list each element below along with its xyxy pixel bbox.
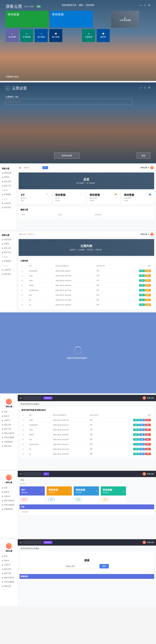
nav-item[interactable]: ⊞ 首页 — [0, 486, 18, 490]
nav-item[interactable]: ⊞ 申请上报权限 — [0, 580, 18, 584]
close-icon[interactable]: ✕ — [148, 4, 150, 7]
search-input[interactable] — [23, 472, 42, 476]
avatar[interactable] — [142, 541, 146, 544]
delete-button[interactable]: 删除 — [145, 274, 151, 277]
nav-item[interactable]: ⊞ 首页 — [0, 410, 18, 414]
search-button[interactable]: Search — [43, 541, 52, 544]
view-button[interactable]: 查看 — [133, 438, 139, 440]
view-button[interactable]: 查看 — [133, 453, 139, 455]
nav-report-up[interactable]: ⊞ 提交上报 — [0, 179, 17, 184]
nav-item[interactable]: ⊞ 提交上报 — [0, 567, 18, 571]
delete-button[interactable]: 删除 — [145, 433, 151, 436]
view-button[interactable]: 查看 — [139, 270, 145, 272]
nav-item[interactable]: ⊞ 管理员 — [0, 242, 17, 246]
delete-button[interactable]: 删除 — [145, 299, 151, 301]
tile-chatroom[interactable]: 💭聊天室 — [97, 29, 110, 42]
view-button[interactable]: 查看 — [139, 294, 145, 296]
nav-item[interactable]: ⊞ 申请权限 — [0, 259, 17, 263]
nav-item[interactable]: ⊞ 上报中心 — [0, 563, 18, 567]
avatar[interactable] — [142, 472, 146, 476]
tile-join-group[interactable]: 🐧加入群聊 — [6, 29, 19, 42]
nav-report-down[interactable]: ⊞ 提交下报 — [0, 184, 17, 188]
nav-item[interactable]: ⊞ 审核上报 — [0, 584, 18, 588]
group-list-button[interactable]: 群列表设置 — [54, 152, 80, 159]
nav-records[interactable]: ⊞ 上报记录 — [0, 201, 17, 206]
edit-button[interactable]: 修改 — [139, 419, 145, 421]
nav-item[interactable]: ⊞ 首页|云黑 — [0, 238, 17, 242]
search-button[interactable]: Search — [43, 396, 52, 400]
search-input[interactable] — [22, 166, 41, 169]
view-button[interactable]: 查看 — [139, 284, 145, 286]
nav-item[interactable]: ⊞ 退出登录 — [0, 272, 17, 276]
nav-item[interactable]: ⊞ 黑名单 — [0, 414, 18, 418]
nav-item[interactable]: ⊞ 上报记录 — [0, 268, 17, 272]
back-button[interactable]: ← — [6, 86, 10, 90]
view-button[interactable]: 查看 — [139, 304, 145, 306]
nav-item[interactable]: ⊞ 我的上报记录 — [0, 498, 18, 503]
nav-apply[interactable]: ⊞ 申请权限 — [0, 192, 17, 197]
view-button[interactable]: 查看 — [133, 419, 139, 421]
avatar[interactable] — [150, 166, 154, 169]
nav-item[interactable]: ⊞ 黑名单 — [0, 490, 18, 494]
edit-button[interactable]: 修改 — [139, 433, 145, 436]
menu-icon[interactable]: ☰ — [20, 542, 22, 544]
close-icon[interactable]: ✕ — [148, 86, 150, 89]
delete-button[interactable]: 删除 — [145, 284, 151, 286]
nav-logout[interactable]: ⊞ 退出登录 — [0, 206, 17, 210]
save-button[interactable]: 保存 — [137, 152, 150, 159]
menu-icon[interactable]: ☰ — [20, 473, 22, 475]
nav-item[interactable]: ⊞ 我的上报记录 — [0, 431, 18, 436]
nav-item[interactable]: ⊞ 申请新权限 — [0, 440, 18, 444]
tile-daily-update[interactable]: ▭每日更新 — [35, 29, 48, 42]
nav-admin[interactable]: ⊞ 管理员 — [0, 175, 17, 179]
nav-item[interactable]: ⊞ 提交下报 — [0, 571, 18, 576]
search-button[interactable]: 🔍 — [42, 166, 48, 169]
nav-item[interactable]: ⊞ 黑名单 — [0, 558, 18, 563]
view-button[interactable]: 查看 — [133, 433, 139, 436]
delete-button[interactable]: 删除 — [145, 294, 151, 296]
edit-button[interactable]: 修改 — [139, 443, 145, 446]
view-button[interactable]: 查看 — [139, 289, 145, 292]
nav-item[interactable]: ⊞ 申请新权限 — [0, 507, 18, 511]
nav-item[interactable]: ⊞ 申请上报权限 — [0, 436, 18, 440]
maximize-icon[interactable]: □ — [144, 86, 146, 89]
delete-button[interactable]: 删除 — [145, 448, 151, 450]
edit-button[interactable]: 修改 — [139, 448, 145, 450]
search-input[interactable] — [23, 396, 42, 400]
minimize-icon[interactable]: — — [140, 86, 142, 89]
nav-item[interactable]: ⊞ 提交下报 — [0, 427, 18, 431]
nav-item[interactable]: ⊞ 上报中心 — [0, 494, 18, 498]
view-button[interactable]: 查看 — [139, 299, 145, 301]
user-name[interactable]: 浪客云黑 — [140, 166, 147, 169]
nav-item[interactable]: ⊞ 提交下报 — [0, 250, 17, 254]
delete-button[interactable]: 删除 — [145, 304, 151, 306]
edit-button[interactable]: 修改 — [139, 424, 145, 426]
account-input[interactable] — [65, 564, 99, 568]
avatar[interactable] — [150, 232, 154, 236]
maximize-icon[interactable]: □ — [144, 4, 146, 7]
tile-settings[interactable]: ⚙云黑设置 — [82, 29, 95, 42]
nav-item[interactable]: ⊞ 申请上报权限 — [0, 503, 18, 507]
edit-button[interactable]: 修改 — [139, 428, 145, 431]
nav-item[interactable]: ⊞ 提交上报 — [0, 422, 18, 427]
nav-item[interactable]: ⊞ 提交上报 — [0, 246, 17, 250]
tile-account-update[interactable]: 💬账号更新 — [49, 29, 62, 42]
view-button[interactable]: 查看 — [133, 428, 139, 431]
nav-home[interactable]: ⊞ 首页|云黑 — [0, 171, 17, 175]
url-input[interactable] — [6, 99, 132, 105]
view-button[interactable]: 查看 — [139, 279, 145, 282]
nav-item[interactable]: ⊞ 审核上报 — [0, 444, 18, 448]
search-button[interactable]: 🔍 — [43, 472, 49, 476]
delete-button[interactable]: 删除 — [145, 428, 151, 431]
nav-item[interactable]: ⊞ 我的上报记录 — [0, 576, 18, 580]
tile-video[interactable]: ▶ 云黑使用视频 — [111, 11, 139, 28]
tile-extensions[interactable]: ≋扩展功能 — [20, 29, 33, 42]
delete-button[interactable]: 删除 — [145, 419, 151, 421]
delete-button[interactable]: 删除 — [145, 289, 151, 292]
nav-item[interactable]: ⊞ 首页 — [0, 554, 18, 558]
avatar[interactable] — [6, 543, 12, 549]
minimize-icon[interactable]: — — [140, 4, 142, 7]
delete-button[interactable]: 删除 — [145, 279, 151, 282]
view-button[interactable]: 查看 — [133, 424, 139, 426]
delete-button[interactable]: 删除 — [145, 270, 151, 272]
